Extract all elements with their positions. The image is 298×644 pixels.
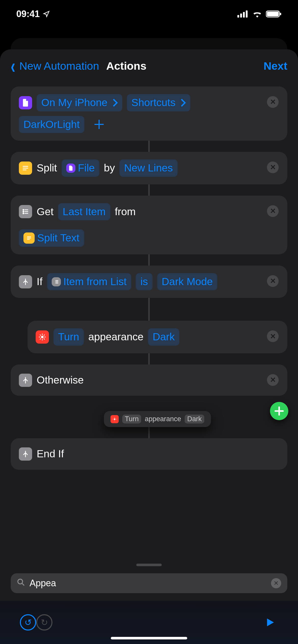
by-label: by [104, 160, 115, 176]
action-split-text[interactable]: Split File by New Lines ✕ [11, 152, 287, 184]
home-indicator[interactable] [111, 637, 187, 639]
value-token[interactable]: Dark Mode [157, 273, 218, 290]
verb: Split [37, 160, 57, 176]
close-icon[interactable]: ✕ [267, 205, 279, 217]
file-icon [66, 164, 75, 173]
undo-button[interactable]: ↺ [20, 614, 36, 631]
svg-point-22 [41, 336, 44, 338]
svg-rect-6 [280, 13, 281, 15]
automation-sheet: ‹ New Automation Actions Next On My iPho… [0, 49, 298, 644]
svg-line-28 [44, 339, 45, 339]
page-title: Actions [106, 60, 146, 72]
action-if[interactable]: If Item from List is Dark Mode ✕ [11, 266, 287, 298]
battery-icon [266, 10, 282, 18]
svg-point-31 [114, 418, 115, 420]
noun: appearance [88, 329, 144, 345]
action-get-item[interactable]: Get Last Item from Split Text ✕ [11, 196, 287, 254]
add-path-icon[interactable] [94, 120, 104, 129]
svg-rect-1 [240, 13, 242, 18]
svg-rect-0 [237, 15, 239, 18]
list-icon [52, 277, 61, 286]
search-sheet[interactable]: ✕ [0, 559, 298, 601]
dragged-action-chip[interactable]: Turn appearance Dark [104, 411, 211, 427]
text-icon [19, 162, 32, 175]
close-icon[interactable]: ✕ [267, 162, 279, 173]
action-set-appearance[interactable]: Turn appearance Dark ✕ [28, 321, 287, 353]
sheet-grabber-icon[interactable] [136, 564, 162, 566]
close-icon[interactable]: ✕ [267, 275, 279, 287]
from-label: from [115, 204, 136, 220]
file-variable-token[interactable]: File [62, 159, 99, 177]
verb: Get [37, 204, 53, 220]
connector [148, 353, 150, 364]
verb: End If [37, 446, 64, 462]
condition-token[interactable]: is [136, 273, 153, 290]
add-action-button[interactable] [270, 402, 288, 420]
branch-icon [19, 447, 32, 461]
appearance-icon [111, 415, 119, 423]
connector [148, 184, 150, 196]
file-icon [19, 96, 32, 109]
status-bar: 09:41 [0, 0, 298, 28]
action-file[interactable]: On My iPhone Shortcuts DarkOrLight ✕ [11, 86, 287, 141]
svg-point-12 [23, 211, 24, 212]
back-button[interactable]: New Automation [19, 60, 99, 72]
drop-zone[interactable]: Turn appearance Dark [28, 411, 287, 427]
nav-bar: ‹ New Automation Actions Next [0, 58, 298, 86]
connector [148, 254, 150, 266]
search-input[interactable] [30, 578, 266, 589]
selector-token[interactable]: Last Item [58, 203, 110, 221]
branch-icon [19, 275, 32, 288]
item-variable-token[interactable]: Item from List [47, 273, 131, 290]
svg-line-29 [40, 339, 41, 339]
text-icon [23, 232, 35, 244]
list-icon [19, 205, 32, 218]
split-text-variable-token[interactable]: Split Text [19, 229, 84, 247]
action-otherwise[interactable]: Otherwise ✕ [11, 364, 287, 396]
path-leaf-token[interactable]: DarkOrLight [19, 116, 84, 133]
turn-token[interactable]: Turn [53, 328, 84, 346]
cellular-icon [237, 10, 249, 18]
action-end-if[interactable]: End If [11, 438, 287, 470]
svg-point-10 [23, 210, 24, 211]
path-root-token[interactable]: On My iPhone [37, 94, 122, 111]
close-icon[interactable]: ✕ [267, 374, 279, 386]
mode-token[interactable]: Dark [148, 328, 179, 346]
svg-line-30 [44, 335, 45, 335]
close-icon[interactable]: ✕ [267, 96, 279, 108]
connector [148, 141, 150, 152]
redo-button: ↻ [36, 614, 52, 631]
search-icon [17, 578, 25, 589]
branch-icon [19, 374, 32, 387]
svg-line-37 [22, 583, 24, 585]
back-chevron-icon[interactable]: ‹ [11, 54, 15, 78]
close-icon[interactable]: ✕ [267, 330, 279, 342]
svg-point-14 [23, 213, 24, 214]
clear-search-icon[interactable]: ✕ [271, 578, 281, 588]
wifi-icon [252, 10, 262, 18]
location-icon [43, 10, 50, 18]
verb: If [37, 274, 43, 290]
svg-rect-2 [243, 12, 245, 18]
svg-rect-5 [267, 12, 279, 16]
connector [148, 427, 150, 438]
next-button[interactable]: Next [264, 60, 287, 72]
status-time: 09:41 [16, 9, 40, 19]
svg-rect-3 [246, 10, 248, 18]
split-mode-token[interactable]: New Lines [119, 159, 177, 177]
connector [148, 298, 150, 321]
path-mid-token[interactable]: Shortcuts [127, 94, 190, 111]
appearance-icon [36, 330, 49, 344]
search-field[interactable]: ✕ [11, 573, 287, 593]
svg-line-27 [40, 335, 41, 335]
run-button[interactable] [262, 614, 278, 631]
verb: Otherwise [37, 372, 84, 388]
